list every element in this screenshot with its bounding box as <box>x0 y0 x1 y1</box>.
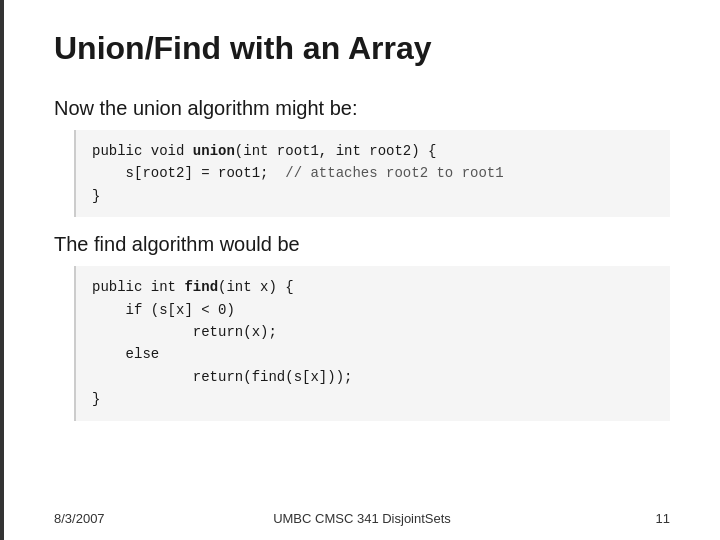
section1-label: Now the union algorithm might be: <box>54 97 670 120</box>
footer-date: 8/3/2007 <box>54 511 105 526</box>
code-text: public void union(int root1, int root2) … <box>92 143 504 204</box>
footer-course: UMBC CMSC 341 DisjointSets <box>273 511 451 526</box>
code-block-union: public void union(int root1, int root2) … <box>74 130 670 217</box>
keyword-find: find <box>184 279 218 295</box>
footer-page: 11 <box>656 511 670 526</box>
code-block-find: public int find(int x) { if (s[x] < 0) r… <box>74 266 670 420</box>
code-find-text: public int find(int x) { if (s[x] < 0) r… <box>92 279 352 407</box>
comment-attaches: // attaches root2 to root1 <box>285 165 503 181</box>
footer: 8/3/2007 UMBC CMSC 341 DisjointSets 11 <box>4 511 720 526</box>
keyword-union: union <box>193 143 235 159</box>
section2-label: The find algorithm would be <box>54 233 670 256</box>
slide-title: Union/Find with an Array <box>54 30 670 73</box>
slide: Union/Find with an Array Now the union a… <box>0 0 720 540</box>
